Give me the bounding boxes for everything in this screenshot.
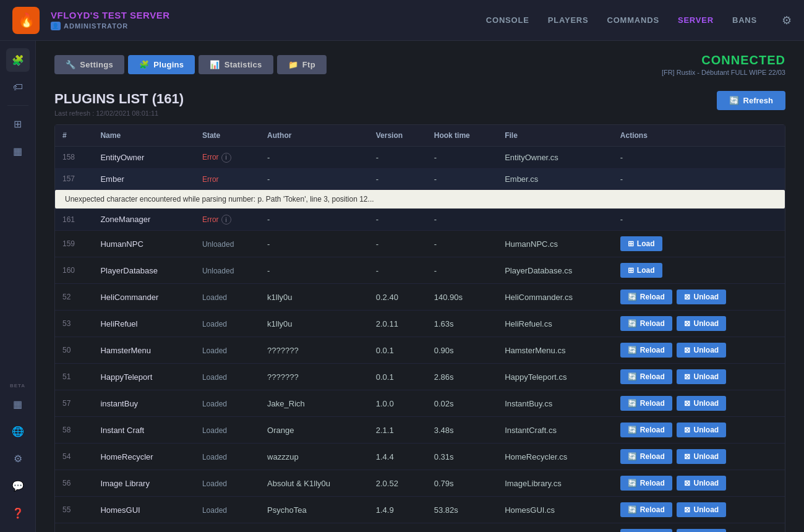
nav-bans[interactable]: BANS bbox=[732, 15, 757, 25]
sidebar-item-help[interactable]: ❓ bbox=[6, 501, 30, 525]
cell-actions: - bbox=[613, 208, 785, 231]
cell-file: HomeRecycler.cs bbox=[497, 444, 613, 470]
col-state: State bbox=[195, 125, 260, 147]
cell-hooktime: - bbox=[427, 257, 497, 284]
info-icon[interactable]: i bbox=[221, 153, 231, 163]
plugins-tbody: 158 EntityOwner Errori - - - EntityOwner… bbox=[55, 147, 785, 533]
state-label: Error bbox=[202, 215, 219, 224]
nav-commands[interactable]: COMMANDS bbox=[607, 15, 659, 25]
reload-icon: 🔄 bbox=[628, 372, 637, 381]
admin-label: ADMINISTRATOR bbox=[64, 22, 128, 30]
reload-button[interactable]: 🔄Reload bbox=[620, 343, 672, 358]
table-row: 53 HeliRefuel Loaded k1lly0u 2.0.11 1.63… bbox=[55, 311, 785, 337]
reload-icon: 🔄 bbox=[628, 346, 637, 354]
state-label: Loaded bbox=[202, 453, 227, 461]
unload-button[interactable]: ⊠Unload bbox=[677, 449, 726, 464]
sidebar: 🧩 🏷 ⊞ ▦ BETA ▦ 🌐 ⚙ 💬 ❓ bbox=[0, 41, 36, 532]
cell-version: 2.0.52 bbox=[369, 470, 427, 497]
table-head: # Name State Author Version Hook time Fi… bbox=[55, 125, 785, 147]
unload-button[interactable]: ⊠Unload bbox=[677, 476, 726, 491]
reload-button[interactable]: 🔄Reload bbox=[620, 449, 672, 464]
nav-players[interactable]: PLAYERS bbox=[548, 15, 589, 25]
sidebar-item-grid[interactable]: ▦ bbox=[6, 139, 30, 163]
cell-file: Ember.cs bbox=[497, 168, 613, 189]
cell-version: 0.2.40 bbox=[369, 284, 427, 311]
no-actions: - bbox=[620, 215, 623, 224]
cell-author: ??????? bbox=[260, 364, 369, 390]
sidebar-item-layers[interactable]: ⊞ bbox=[6, 112, 30, 135]
sidebar-item-grid2[interactable]: ▦ bbox=[6, 392, 30, 416]
table-row: 54 HomeRecycler Loaded wazzzup 1.4.4 0.3… bbox=[55, 444, 785, 470]
refresh-label: Refresh bbox=[743, 96, 773, 105]
cell-num: 160 bbox=[55, 257, 93, 284]
unload-button[interactable]: ⊠Unload bbox=[677, 369, 726, 384]
unload-button[interactable]: ⊠Unload bbox=[677, 502, 726, 517]
cell-num: 161 bbox=[55, 208, 93, 231]
cell-version: 0.0.1 bbox=[369, 364, 427, 390]
cell-version: 0.0.1 bbox=[369, 337, 427, 364]
table-row: 57 instantBuy Loaded Jake_Rich 1.0.0 0.0… bbox=[55, 390, 785, 417]
reload-button[interactable]: 🔄Reload bbox=[620, 476, 672, 491]
col-author: Author bbox=[260, 125, 369, 147]
reload-button[interactable]: 🔄Reload bbox=[620, 529, 672, 532]
cell-version: - bbox=[369, 257, 427, 284]
state-label: Loaded bbox=[202, 346, 227, 355]
unload-icon: ⊠ bbox=[684, 505, 690, 514]
reload-button[interactable]: 🔄Reload bbox=[620, 369, 672, 384]
col-actions: Actions bbox=[613, 125, 785, 147]
tab-ftp[interactable]: 📁 Ftp bbox=[277, 55, 327, 74]
cell-actions: ⊞Load bbox=[613, 231, 785, 257]
reload-button[interactable]: 🔄Reload bbox=[620, 290, 672, 304]
cell-name: Image Library bbox=[93, 470, 195, 497]
cell-author: - bbox=[260, 208, 369, 231]
sidebar-item-tag[interactable]: 🏷 bbox=[6, 75, 30, 99]
info-icon[interactable]: i bbox=[221, 215, 231, 225]
statistics-tab-icon: 📊 bbox=[210, 60, 220, 69]
cell-hooktime: 0.90s bbox=[427, 337, 497, 364]
logo-icon: 🔥 bbox=[18, 12, 35, 28]
cell-author: Wulf/lukespragg bbox=[260, 523, 369, 532]
statistics-tab-label: Statistics bbox=[225, 60, 262, 69]
unload-button[interactable]: ⊠Unload bbox=[677, 396, 726, 411]
tab-plugins[interactable]: 🧩 Plugins bbox=[128, 55, 195, 74]
unload-button[interactable]: ⊠Unload bbox=[677, 343, 726, 358]
tab-settings[interactable]: 🔧 Settings bbox=[54, 55, 124, 74]
unload-button[interactable]: ⊠Unload bbox=[677, 529, 726, 532]
nav-server[interactable]: SERVER bbox=[678, 15, 714, 25]
nav-console[interactable]: CONSOLE bbox=[486, 15, 529, 25]
cell-state: Error bbox=[195, 168, 260, 189]
reload-button[interactable]: 🔄Reload bbox=[620, 316, 672, 331]
cell-author: - bbox=[260, 231, 369, 257]
plugins-tab-icon: 🧩 bbox=[139, 60, 149, 69]
sidebar-item-globe[interactable]: 🌐 bbox=[6, 419, 30, 443]
cell-actions: ⊞Load bbox=[613, 257, 785, 284]
sidebar-item-settings[interactable]: ⚙ bbox=[6, 447, 30, 470]
sidebar-item-puzzle[interactable]: 🧩 bbox=[6, 48, 30, 72]
refresh-button[interactable]: 🔄 Refresh bbox=[717, 91, 785, 110]
unload-button[interactable]: ⊠Unload bbox=[677, 290, 726, 304]
settings-icon[interactable]: ⚙ bbox=[782, 14, 792, 27]
cell-version: 1.4.9 bbox=[369, 497, 427, 523]
reload-button[interactable]: 🔄Reload bbox=[620, 502, 672, 517]
cell-num: 56 bbox=[55, 470, 93, 497]
cell-file: EntityOwner.cs bbox=[497, 147, 613, 169]
tab-statistics[interactable]: 📊 Statistics bbox=[199, 55, 273, 74]
reload-button[interactable]: 🔄Reload bbox=[620, 423, 672, 437]
topnav: 🔥 VFLOYD'S TEST SERVER 👤 ADMINISTRATOR C… bbox=[0, 0, 804, 41]
cell-name: Freeze bbox=[93, 523, 195, 532]
reload-icon: 🔄 bbox=[628, 452, 637, 461]
cell-author: ??????? bbox=[260, 337, 369, 364]
logo: 🔥 bbox=[12, 7, 40, 34]
unload-button[interactable]: ⊠Unload bbox=[677, 316, 726, 331]
connected-badge: CONNECTED [FR] Rustix - Débutant FULL WI… bbox=[662, 53, 785, 76]
sidebar-item-discord[interactable]: 💬 bbox=[6, 474, 30, 497]
reload-button[interactable]: 🔄Reload bbox=[620, 396, 672, 411]
content: 🔧 Settings 🧩 Plugins 📊 Statistics 📁 Ftp … bbox=[36, 41, 804, 532]
unload-button[interactable]: ⊠Unload bbox=[677, 423, 726, 437]
load-button[interactable]: ⊞Load bbox=[620, 263, 662, 278]
connected-server: [FR] Rustix - Débutant FULL WIPE 22/03 bbox=[662, 69, 785, 76]
state-label: Error bbox=[202, 153, 219, 161]
sidebar-divider-1 bbox=[7, 105, 28, 106]
load-button[interactable]: ⊞Load bbox=[620, 236, 662, 251]
no-actions: - bbox=[620, 174, 623, 184]
